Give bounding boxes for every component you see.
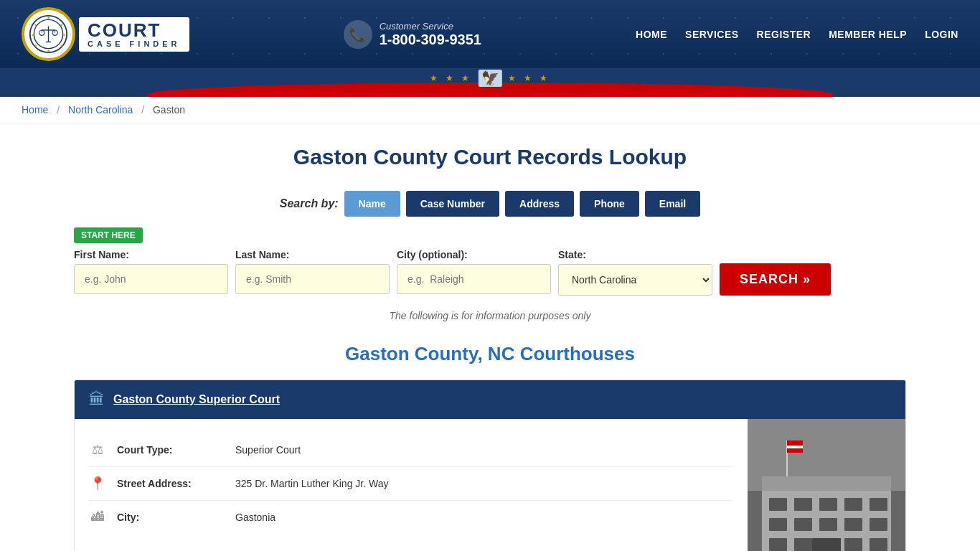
court-type-label: Court Type: <box>117 444 225 456</box>
logo-court-text: COURT <box>88 21 181 39</box>
search-button[interactable]: SEARCH » <box>720 263 831 296</box>
svg-rect-32 <box>794 538 812 551</box>
first-name-group: First Name: <box>74 249 228 294</box>
svg-text:★: ★ <box>47 49 50 53</box>
eagle-icon: 🦅 <box>479 70 502 87</box>
breadcrumb: Home / North Carolina / Gaston <box>0 97 980 123</box>
tab-address[interactable]: Address <box>505 191 574 217</box>
first-name-input[interactable] <box>74 264 228 294</box>
courthouses-title: Gaston County, NC Courthouses <box>74 343 906 365</box>
city-detail-label: City: <box>117 512 225 523</box>
svg-rect-33 <box>844 538 862 551</box>
detail-row-city: 🏙 City: Gastonia <box>89 501 733 533</box>
svg-rect-21 <box>769 498 787 511</box>
svg-rect-20 <box>762 476 891 491</box>
tab-name[interactable]: Name <box>344 191 400 217</box>
last-name-label: Last Name: <box>235 249 390 260</box>
nav-home[interactable]: HOME <box>636 29 667 40</box>
nav-member-help[interactable]: MEMBER HELP <box>829 29 907 40</box>
city-detail-value: Gastonia <box>235 512 275 523</box>
courthouse-details: ⚖ Court Type: Superior Court 📍 Street Ad… <box>75 419 748 551</box>
svg-rect-40 <box>787 450 803 453</box>
svg-rect-24 <box>844 498 862 511</box>
svg-text:★: ★ <box>60 23 63 27</box>
banner-stars-right: ★ ★ ★ <box>508 73 551 83</box>
svg-rect-38 <box>787 441 803 444</box>
svg-text:★: ★ <box>34 23 37 27</box>
customer-service-phone: 1-800-309-9351 <box>380 32 481 48</box>
first-name-label: First Name: <box>74 249 228 260</box>
svg-rect-29 <box>844 518 862 531</box>
address-icon: 📍 <box>89 476 106 491</box>
courthouse-icon: 🏛 <box>89 390 105 409</box>
last-name-input[interactable] <box>235 264 390 294</box>
logo-case-finder-text: CASE FINDER <box>88 39 181 48</box>
last-name-group: Last Name: <box>235 249 390 294</box>
state-group: State: North Carolina Alabama Alaska Ari… <box>558 249 712 296</box>
detail-row-address: 📍 Street Address: 325 Dr. Martin Luther … <box>89 467 733 501</box>
search-by-label: Search by: <box>280 197 339 210</box>
city-label: City (optional): <box>397 249 551 260</box>
nav-register[interactable]: REGISTER <box>757 29 811 40</box>
courthouse-card: 🏛 Gaston County Superior Court ⚖ Court T… <box>74 380 906 551</box>
banner-stars-left: ★ ★ ★ <box>430 73 473 83</box>
svg-text:★: ★ <box>34 44 37 48</box>
tab-case-number[interactable]: Case Number <box>406 191 499 217</box>
breadcrumb-home[interactable]: Home <box>22 104 48 116</box>
nav-services[interactable]: SERVICES <box>685 29 739 40</box>
search-by-row: Search by: Name Case Number Address Phon… <box>74 191 906 217</box>
svg-text:★: ★ <box>31 33 34 37</box>
svg-rect-35 <box>812 538 841 551</box>
svg-rect-34 <box>870 538 887 551</box>
svg-rect-30 <box>870 518 887 531</box>
city-icon: 🏙 <box>89 509 106 524</box>
customer-service-info: Customer Service 1-800-309-9351 <box>380 21 481 48</box>
customer-service-label: Customer Service <box>380 21 481 32</box>
svg-rect-27 <box>794 518 812 531</box>
state-label: State: <box>558 249 712 260</box>
start-here-badge: START HERE <box>74 227 143 243</box>
main-nav: HOME SERVICES REGISTER MEMBER HELP LOGIN <box>636 29 958 40</box>
eagle-banner: ★ ★ ★ 🦅 ★ ★ ★ <box>0 68 980 97</box>
courthouse-name-link[interactable]: Gaston County Superior Court <box>113 393 280 406</box>
main-content: Gaston County Court Records Lookup Searc… <box>60 123 920 551</box>
nav-login[interactable]: LOGIN <box>925 29 958 40</box>
state-select[interactable]: North Carolina Alabama Alaska Arizona Ar… <box>558 264 712 296</box>
detail-row-court-type: ⚖ Court Type: Superior Court <box>89 433 733 467</box>
breadcrumb-nc[interactable]: North Carolina <box>68 104 133 116</box>
site-header: ★ ★ ★ ★ ★ ★ ★ ★ COURT CASE FINDER <box>0 0 980 68</box>
courthouse-image: GASTON COUNTY COURTHOUSE <box>748 419 905 551</box>
courthouse-header: 🏛 Gaston County Superior Court <box>75 380 905 419</box>
svg-rect-22 <box>794 498 812 511</box>
svg-text:★: ★ <box>62 33 66 37</box>
city-input[interactable] <box>397 264 551 294</box>
svg-text:★: ★ <box>60 44 63 48</box>
address-value: 325 Dr. Martin Luther King Jr. Way <box>235 478 388 489</box>
tab-phone[interactable]: Phone <box>580 191 639 217</box>
svg-rect-28 <box>819 518 837 531</box>
court-type-value: Superior Court <box>235 444 301 456</box>
city-group: City (optional): <box>397 249 551 294</box>
search-section: START HERE First Name: Last Name: City (… <box>74 227 906 296</box>
svg-rect-39 <box>787 446 803 448</box>
svg-rect-25 <box>870 498 887 511</box>
breadcrumb-sep-1: / <box>57 104 60 116</box>
tab-email[interactable]: Email <box>645 191 700 217</box>
logo-text: COURT CASE FINDER <box>79 17 189 52</box>
court-type-icon: ⚖ <box>89 442 106 458</box>
page-title: Gaston County Court Records Lookup <box>74 145 906 169</box>
courthouse-body: ⚖ Court Type: Superior Court 📍 Street Ad… <box>75 419 905 551</box>
svg-rect-31 <box>769 538 787 551</box>
svg-text:★: ★ <box>47 16 50 20</box>
customer-service: 📞 Customer Service 1-800-309-9351 <box>344 20 481 49</box>
breadcrumb-gaston: Gaston <box>153 104 185 116</box>
info-note: The following is for information purpose… <box>74 310 906 321</box>
svg-rect-26 <box>769 518 787 531</box>
logo-circle: ★ ★ ★ ★ ★ ★ ★ ★ <box>22 7 75 61</box>
phone-icon: 📞 <box>344 20 372 49</box>
address-label: Street Address: <box>117 478 225 489</box>
search-form: First Name: Last Name: City (optional): … <box>74 249 906 296</box>
svg-rect-23 <box>819 498 837 511</box>
logo-area: ★ ★ ★ ★ ★ ★ ★ ★ COURT CASE FINDER <box>22 7 189 61</box>
breadcrumb-sep-2: / <box>141 104 144 116</box>
